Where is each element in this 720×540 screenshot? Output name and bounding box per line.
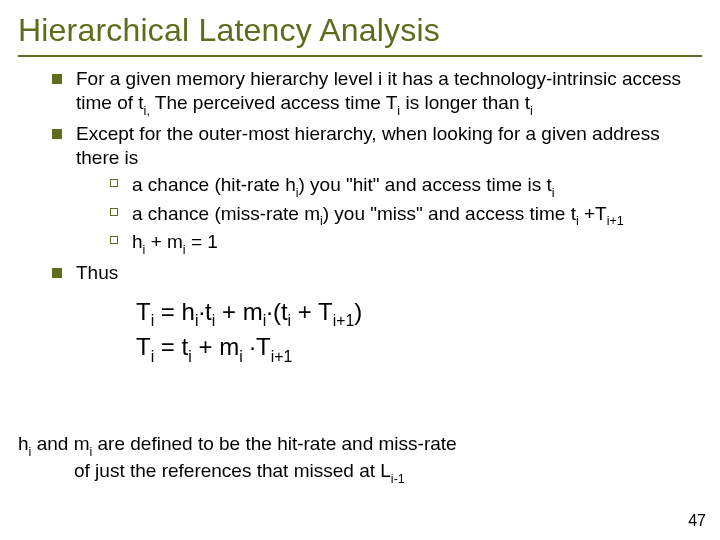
bullet-item-3: Thus — [52, 261, 694, 285]
var-h: h — [182, 298, 195, 325]
subscript: i — [576, 214, 579, 228]
text: Except for the outer-most hierarchy, whe… — [76, 123, 660, 168]
footer-line-2: of just the references that missed at Li… — [18, 459, 666, 486]
subscript: i — [195, 312, 199, 329]
subscript: i — [212, 312, 216, 329]
var-m: m — [219, 333, 239, 360]
page-number: 47 — [688, 512, 706, 530]
text: For a given memory hierarchy level — [76, 68, 378, 89]
bullet-item-2: Except for the outer-most hierarchy, whe… — [52, 122, 694, 257]
subscript: i-1 — [391, 472, 405, 486]
subscript: i — [29, 445, 32, 459]
text: The perceived access time — [150, 92, 386, 113]
var-T: T — [595, 203, 607, 224]
subscript: i — [239, 348, 243, 365]
var-L: L — [380, 460, 391, 481]
var-t: t — [546, 174, 551, 195]
var-m: m — [243, 298, 263, 325]
formula-line-1: Ti = hi·ti + mi·(ti + Ti+1) — [136, 296, 694, 331]
text: · — [243, 333, 256, 360]
text: of just the references that missed at — [74, 460, 380, 481]
var-T: T — [318, 298, 333, 325]
slide-body: For a given memory hierarchy level i it … — [0, 67, 720, 366]
sub-bullet-list: a chance (hit-rate hi) you "hit" and acc… — [76, 173, 694, 258]
subscript: i — [296, 186, 299, 200]
text: a chance (hit-rate — [132, 174, 285, 195]
subscript: i — [143, 243, 146, 257]
bullet-list: For a given memory hierarchy level i it … — [26, 67, 694, 286]
slide: Hierarchical Latency Analysis For a give… — [0, 0, 720, 540]
var-m: m — [74, 433, 90, 454]
subscript: i — [188, 348, 192, 365]
text: = — [154, 333, 181, 360]
text: ) you "hit" and access time is — [299, 174, 547, 195]
text: ) you "miss" and access time — [323, 203, 571, 224]
text: are defined to be the hit-rate and miss-… — [92, 433, 456, 454]
subscript: i — [183, 243, 186, 257]
var-m: m — [167, 231, 183, 252]
subscript: i — [552, 186, 555, 200]
var-h: h — [18, 433, 29, 454]
formula-line-2: Ti = ti + mi ·Ti+1 — [136, 331, 694, 366]
subscript: i — [89, 445, 92, 459]
text: ·t — [198, 298, 211, 325]
text: ·( — [266, 298, 281, 325]
text: = — [154, 298, 181, 325]
subscript: i — [320, 214, 323, 228]
sub-bullet-1: a chance (hit-rate hi) you "hit" and acc… — [110, 173, 694, 200]
subscript: i, — [144, 104, 150, 118]
var-T: T — [136, 298, 151, 325]
footer-line-1: hi and mi are defined to be the hit-rate… — [18, 432, 666, 459]
subscript: i+1 — [333, 312, 355, 329]
subscript: i — [397, 104, 400, 118]
text: + — [291, 298, 318, 325]
text: + — [145, 231, 167, 252]
subscript: i — [288, 312, 292, 329]
footer-note: hi and mi are defined to be the hit-rate… — [18, 432, 666, 486]
var-t: t — [281, 298, 288, 325]
text: + — [192, 333, 219, 360]
text: + — [579, 203, 595, 224]
text: ) — [354, 298, 362, 325]
text: + — [215, 298, 242, 325]
subscript: i — [530, 104, 533, 118]
var-h: h — [285, 174, 296, 195]
subscript: i+1 — [271, 348, 293, 365]
text: and — [31, 433, 73, 454]
subscript: i+1 — [607, 214, 624, 228]
slide-title: Hierarchical Latency Analysis — [0, 0, 720, 53]
var-t: t — [138, 92, 143, 113]
subscript: i — [151, 312, 155, 329]
bullet-item-1: For a given memory hierarchy level i it … — [52, 67, 694, 118]
var-T: T — [136, 333, 151, 360]
text: is longer than — [400, 92, 525, 113]
var-T: T — [256, 333, 271, 360]
subscript: i — [263, 312, 267, 329]
var-m: m — [304, 203, 320, 224]
subscript: i — [151, 348, 155, 365]
sub-bullet-2: a chance (miss-rate mi) you "miss" and a… — [110, 202, 694, 229]
title-rule — [18, 55, 702, 57]
formula-block: Ti = hi·ti + mi·(ti + Ti+1) Ti = ti + mi… — [136, 296, 694, 366]
text: = 1 — [186, 231, 218, 252]
text: a chance (miss-rate — [132, 203, 304, 224]
var-h: h — [132, 231, 143, 252]
text: Thus — [76, 262, 118, 283]
sub-bullet-3: hi + mi = 1 — [110, 230, 694, 257]
var-T: T — [386, 92, 398, 113]
